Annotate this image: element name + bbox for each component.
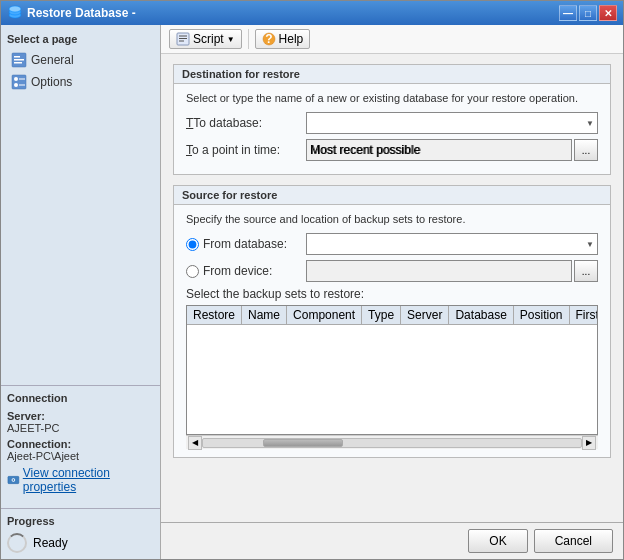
backup-table: Restore Name Component Type Server Datab… (187, 306, 598, 325)
from-device-input[interactable] (306, 260, 572, 282)
from-database-radio[interactable] (186, 238, 199, 251)
col-first-lsn: First LSN (569, 306, 598, 325)
svg-rect-18 (179, 41, 184, 42)
source-header: Source for restore (174, 186, 610, 205)
connection-title: Connection (7, 392, 154, 404)
svg-rect-11 (19, 85, 25, 86)
horizontal-scrollbar[interactable]: ◀ ▶ (186, 435, 598, 449)
svg-rect-7 (12, 75, 26, 89)
to-database-row: TTo database: (186, 112, 598, 134)
from-database-label: From database: (203, 237, 287, 251)
scroll-left-button[interactable]: ◀ (188, 436, 202, 450)
scrollbar-thumb[interactable] (263, 439, 343, 447)
progress-spinner (7, 533, 27, 553)
to-point-row: To a point in time: Most recent possible… (186, 139, 598, 161)
main-body: Destination for restore Select or type t… (161, 54, 623, 522)
backup-table-container[interactable]: Restore Name Component Type Server Datab… (186, 305, 598, 435)
source-section: Source for restore Specify the source an… (173, 185, 611, 458)
toolbar: Script ▼ ? Help (161, 25, 623, 54)
main-panel: Script ▼ ? Help Destination for restore (161, 25, 623, 559)
sidebar-label-general: General (31, 53, 74, 67)
select-page-section: Select a page General (1, 25, 160, 97)
server-label: Server: (7, 410, 154, 422)
sidebar: Select a page General (1, 25, 161, 559)
svg-point-8 (14, 77, 18, 81)
from-device-label: From device: (203, 264, 272, 278)
to-point-label: To a point in time: (186, 143, 306, 157)
toolbar-divider (248, 29, 249, 49)
destination-body: Select or type the name of a new or exis… (174, 84, 610, 174)
from-database-control (306, 233, 598, 255)
progress-status: Ready (33, 536, 68, 550)
from-device-control: ... (306, 260, 598, 282)
server-value: AJEET-PC (7, 422, 154, 434)
from-device-browse-button[interactable]: ... (574, 260, 598, 282)
close-button[interactable]: ✕ (599, 5, 617, 21)
svg-rect-17 (179, 38, 187, 39)
select-page-title: Select a page (7, 33, 154, 45)
svg-rect-6 (14, 62, 22, 64)
col-server: Server (401, 306, 449, 325)
col-component: Component (287, 306, 362, 325)
from-database-select[interactable] (306, 233, 598, 255)
maximize-button[interactable]: □ (579, 5, 597, 21)
window-icon (7, 5, 23, 21)
content-area: Select a page General (1, 25, 623, 559)
to-point-browse-button[interactable]: ... (574, 139, 598, 161)
col-type: Type (362, 306, 401, 325)
script-label: Script (193, 32, 224, 46)
connection-label: Connection: (7, 438, 154, 450)
help-icon: ? (262, 32, 276, 46)
col-restore: Restore (187, 306, 242, 325)
destination-header: Destination for restore (174, 65, 610, 84)
sidebar-label-options: Options (31, 75, 72, 89)
to-point-input[interactable] (306, 139, 572, 161)
to-point-control: Most recent possible ... (306, 139, 598, 161)
main-window: Restore Database - — □ ✕ Select a page (0, 0, 624, 560)
scroll-right-button[interactable]: ▶ (582, 436, 596, 450)
from-database-row: From database: (186, 233, 598, 255)
title-bar-left: Restore Database - (7, 5, 136, 21)
progress-section: Progress Ready (1, 508, 160, 559)
from-database-radio-area: From database: (186, 237, 306, 251)
svg-text:?: ? (265, 32, 272, 46)
svg-point-14 (12, 479, 14, 481)
to-database-control (306, 112, 598, 134)
view-connection-link[interactable]: View connection properties (7, 466, 154, 494)
general-icon (11, 52, 27, 68)
svg-rect-16 (179, 36, 187, 37)
script-arrow: ▼ (227, 35, 235, 44)
source-desc: Specify the source and location of backu… (186, 213, 598, 225)
progress-title: Progress (7, 515, 154, 527)
title-bar: Restore Database - — □ ✕ (1, 1, 623, 25)
progress-row: Ready (7, 533, 154, 553)
minimize-button[interactable]: — (559, 5, 577, 21)
script-button[interactable]: Script ▼ (169, 29, 242, 49)
backup-table-section: Select the backup sets to restore: Resto… (186, 287, 598, 449)
svg-rect-4 (14, 56, 20, 58)
destination-desc: Select or type the name of a new or exis… (186, 92, 598, 104)
ok-button[interactable]: OK (468, 529, 527, 553)
view-connection-label: View connection properties (23, 466, 154, 494)
to-database-label: TTo database: (186, 116, 306, 130)
help-label: Help (279, 32, 304, 46)
scrollbar-track[interactable] (202, 438, 582, 448)
col-database: Database (449, 306, 513, 325)
from-device-radio-area: From device: (186, 264, 306, 278)
footer: OK Cancel (161, 522, 623, 559)
svg-point-2 (9, 6, 21, 12)
from-device-radio[interactable] (186, 265, 199, 278)
connection-section: Connection Server: AJEET-PC Connection: … (1, 385, 160, 500)
sidebar-item-general[interactable]: General (7, 49, 154, 71)
connection-value: Ajeet-PC\Ajeet (7, 450, 154, 462)
table-header-row: Restore Name Component Type Server Datab… (187, 306, 598, 325)
title-bar-controls: — □ ✕ (559, 5, 617, 21)
help-button[interactable]: ? Help (255, 29, 311, 49)
svg-point-10 (14, 83, 18, 87)
window-title: Restore Database - (27, 6, 136, 20)
cancel-button[interactable]: Cancel (534, 529, 613, 553)
to-database-select[interactable] (306, 112, 598, 134)
destination-section: Destination for restore Select or type t… (173, 64, 611, 175)
col-position: Position (513, 306, 569, 325)
sidebar-item-options[interactable]: Options (7, 71, 154, 93)
